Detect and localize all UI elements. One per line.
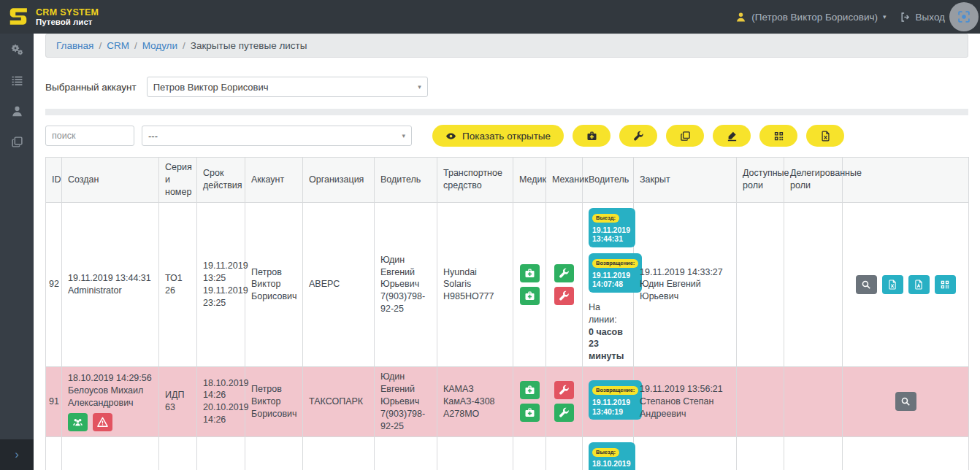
cell-id: 92 xyxy=(46,202,62,367)
column-header: Серия и номер xyxy=(159,158,197,203)
sidebar xyxy=(0,34,34,470)
wrench-toolbar-button[interactable] xyxy=(619,125,657,147)
cell-vehicle: Hyundai SolarisН985НО777 xyxy=(437,202,513,367)
cell-series-number: ИДП 63 xyxy=(159,367,197,436)
column-header: Медик xyxy=(513,158,546,203)
medical-bag-indicator xyxy=(520,381,540,399)
trip-status-datetime: 19.11.201914:07:48 xyxy=(592,271,638,289)
user-icon xyxy=(11,105,23,118)
account-select[interactable]: Петров Виктор Борисович ▾ xyxy=(147,77,428,97)
show-open-label: Показать открытые xyxy=(462,131,551,142)
column-header: Водитель xyxy=(375,158,437,203)
cell-driver-status: Выезд:18.10.201914:08:39Возвращение:18.1… xyxy=(583,436,634,470)
excel-file-icon xyxy=(887,280,897,290)
pen-icon xyxy=(727,131,738,142)
cell-available-roles xyxy=(737,436,784,470)
excel-file-toolbar-button[interactable] xyxy=(806,125,844,147)
breadcrumb: Главная/CRM/Модули/Закрытые путевые лист… xyxy=(45,34,968,58)
chevron-right-icon: › xyxy=(15,447,19,462)
waybill-row-91: 9118.10.2019 14:29:56Белоусов Михаил Але… xyxy=(46,367,969,436)
trip-status-label: Возвращение: xyxy=(592,259,638,268)
copy-toolbar-button[interactable] xyxy=(666,125,704,147)
cell-created: 18.10.2019 14:29:56Белоусов Михаил Алекс… xyxy=(62,367,159,436)
sidebar-item-documents[interactable] xyxy=(11,136,23,148)
excel-file-action-button[interactable] xyxy=(882,275,903,294)
cell-mechanic xyxy=(546,367,583,436)
cell-closed: 19.11.2019 14:33:27Юдин Евгений Юрьевич xyxy=(634,202,737,367)
cell-validity: 19.11.2019 13:2519.11.2019 23:25 xyxy=(197,202,245,367)
filter-select[interactable]: --- ▾ xyxy=(142,126,412,146)
qr-code-icon xyxy=(940,280,950,290)
cell-organization: АВЕРС xyxy=(303,202,375,367)
column-header: Водитель xyxy=(583,158,634,203)
medical-bag-indicator xyxy=(520,264,540,282)
cell-id: 91 xyxy=(46,367,62,436)
screenshot-button[interactable] xyxy=(949,2,979,31)
pdf-file-action-button[interactable] xyxy=(908,275,930,294)
cell-driver: Юдин Евгений Юрьевич7(903)798-92-25 xyxy=(375,202,437,367)
cell-delegated-roles xyxy=(784,202,843,367)
column-header: Транспортное средство xyxy=(437,158,513,203)
logout-button[interactable]: Выход xyxy=(900,12,945,23)
brand-subtitle: Путевой лист xyxy=(36,18,99,26)
trip-status-label: Выезд: xyxy=(592,448,619,457)
brand-text: CRM SYSTEM Путевой лист xyxy=(36,7,99,26)
filter-toolbar: --- ▾ Показать открытые xyxy=(45,125,968,147)
copy-icon xyxy=(680,131,691,142)
trip-status-badge: Выезд:19.11.201913:44:31 xyxy=(589,208,635,247)
cell-series-number: ТО1 26 xyxy=(159,202,197,367)
trip-status-datetime: 19.11.201913:44:31 xyxy=(592,226,632,244)
copy-icon xyxy=(11,136,23,148)
medical-bag-toolbar-button[interactable] xyxy=(573,125,610,147)
cell-medic xyxy=(513,367,546,436)
trip-status-label: Возвращение: xyxy=(592,386,638,395)
pen-toolbar-button[interactable] xyxy=(713,125,751,147)
sidebar-item-settings[interactable] xyxy=(11,44,23,56)
top-header-bar: CRM SYSTEM Путевой лист (Петров Виктор Б… xyxy=(0,0,980,34)
section-divider xyxy=(45,109,968,115)
wrench-indicator xyxy=(554,381,574,399)
sidebar-collapse-toggle[interactable]: › xyxy=(0,439,34,470)
column-header: Организация xyxy=(303,158,375,203)
breadcrumb-item[interactable]: CRM xyxy=(107,40,129,51)
breadcrumb-separator: / xyxy=(99,40,102,51)
warning-indicator xyxy=(93,413,112,431)
waybill-row-92: 9219.11.2019 13:44:31AdministratorТО1 26… xyxy=(46,202,969,367)
trip-status-datetime: 19.11.201913:40:19 xyxy=(592,398,638,416)
cell-created: 18.10.2019 12:59:36Белоусов Михаил Алекс… xyxy=(62,436,159,470)
cell-closed: 18.10.2019 14:29:09Степанов Степан Андре… xyxy=(634,436,737,470)
online-duration: На линии:0 часов 23 минуты xyxy=(589,301,627,363)
cell-delegated-roles xyxy=(784,367,843,436)
qr-code-action-button[interactable] xyxy=(935,275,956,294)
selected-account-label: Выбранный аккаунт xyxy=(45,82,137,93)
search-action-button[interactable] xyxy=(895,392,916,411)
search-input[interactable] xyxy=(45,126,134,146)
breadcrumb-item[interactable]: Модули xyxy=(142,40,177,51)
cell-closed: 19.11.2019 13:56:21Степанов Степан Андре… xyxy=(634,367,737,436)
trip-status-badge: Выезд:18.10.201914:08:39 xyxy=(589,442,635,470)
cell-driver-status: Выезд:19.11.201913:44:31Возвращение:19.1… xyxy=(583,202,634,367)
cell-medic xyxy=(513,436,546,470)
column-header xyxy=(843,158,969,203)
medical-bag-indicator xyxy=(520,287,540,305)
app-logo: CRM SYSTEM Путевой лист xyxy=(7,6,99,28)
show-open-button[interactable]: Показать открытые xyxy=(432,125,564,147)
sidebar-item-account[interactable] xyxy=(11,105,23,118)
cell-vehicle: КАМАЗ КамАЗ-4308А278МО xyxy=(437,436,513,470)
search-action-button[interactable] xyxy=(856,275,877,294)
cell-available-roles xyxy=(737,202,784,367)
cogs-icon xyxy=(11,44,23,56)
breadcrumb-item[interactable]: Главная xyxy=(56,40,93,51)
search-icon xyxy=(861,280,871,290)
cell-series-number: ИДП 62 xyxy=(159,436,197,470)
logout-icon xyxy=(900,12,911,23)
user-menu[interactable]: (Петров Виктор Борисович) ▾ xyxy=(735,12,886,23)
trip-status-badge: Возвращение:19.11.201914:07:48 xyxy=(589,253,642,293)
column-header: Аккаунт xyxy=(245,158,303,203)
list-icon xyxy=(11,74,23,87)
wrench-icon xyxy=(633,131,644,142)
sidebar-item-modules[interactable] xyxy=(11,74,23,87)
qr-code-toolbar-button[interactable] xyxy=(759,125,797,147)
main-content: Главная/CRM/Модули/Закрытые путевые лист… xyxy=(34,34,980,470)
breadcrumb-separator: / xyxy=(183,40,185,51)
